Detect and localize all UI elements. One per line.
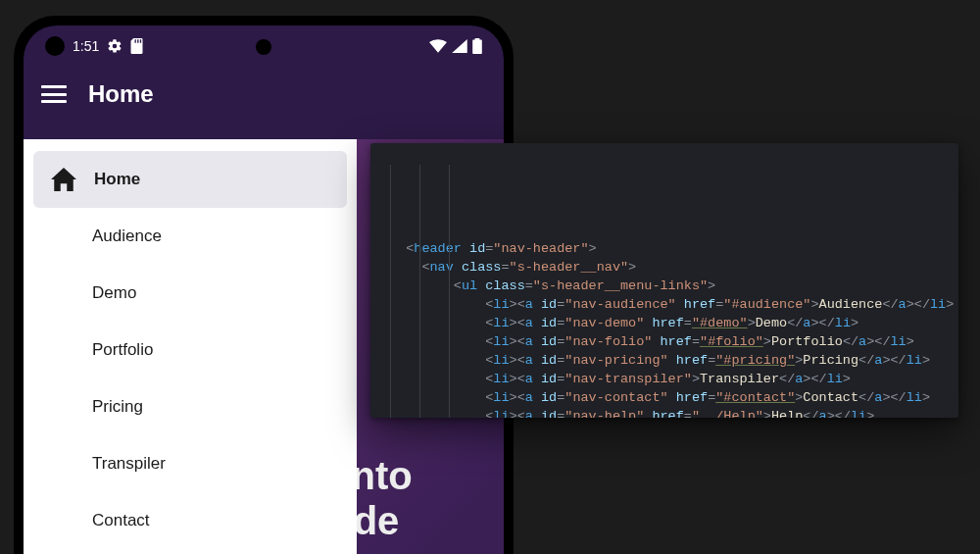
signal-icon bbox=[452, 39, 467, 53]
drawer-item-audience[interactable]: Audience bbox=[33, 208, 347, 265]
drawer-item-label: Audience bbox=[92, 227, 162, 246]
gear-icon bbox=[107, 38, 122, 54]
code-block: <header id="nav-header"> <nav class="s-h… bbox=[390, 165, 939, 418]
wifi-icon bbox=[429, 39, 447, 53]
status-time: 1:51 bbox=[73, 38, 99, 54]
status-dot bbox=[45, 36, 65, 56]
drawer-item-portfolio[interactable]: Portfolio bbox=[33, 322, 347, 378]
nav-drawer: Home Audience Demo Portfolio Pricing Tra… bbox=[24, 139, 357, 554]
code-snippet-panel: <header id="nav-header"> <nav class="s-h… bbox=[370, 143, 958, 418]
drawer-item-label: Pricing bbox=[92, 397, 143, 417]
drawer-item-home[interactable]: Home bbox=[33, 151, 347, 208]
drawer-item-label: Demo bbox=[92, 283, 136, 303]
drawer-item-label: Home bbox=[94, 170, 140, 189]
drawer-item-contact[interactable]: Contact bbox=[33, 492, 347, 549]
page-title: Home bbox=[88, 80, 154, 108]
phone-notch bbox=[256, 39, 271, 55]
menu-button[interactable] bbox=[41, 85, 67, 103]
drawer-item-label: Contact bbox=[92, 511, 150, 530]
drawer-item-transpiler[interactable]: Transpiler bbox=[33, 435, 347, 492]
drawer-item-pricing[interactable]: Pricing bbox=[33, 378, 347, 435]
drawer-item-label: Portfolio bbox=[92, 340, 153, 360]
drawer-item-label: Transpiler bbox=[92, 454, 166, 474]
home-icon bbox=[51, 168, 76, 191]
drawer-item-demo[interactable]: Demo bbox=[33, 265, 347, 322]
sd-card-icon bbox=[130, 38, 143, 54]
app-bar: Home bbox=[24, 61, 504, 127]
battery-icon bbox=[472, 38, 482, 54]
